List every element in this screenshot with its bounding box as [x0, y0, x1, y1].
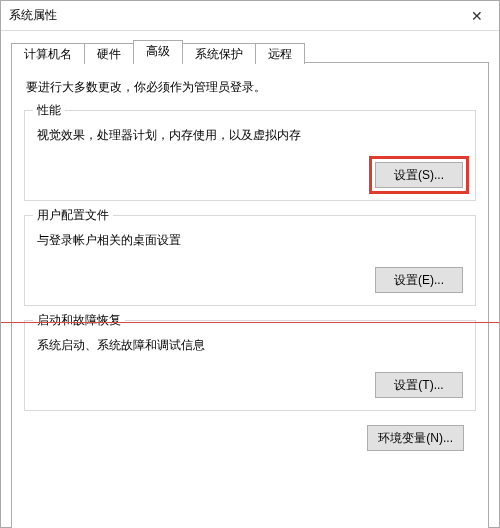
group-performance: 性能 视觉效果，处理器计划，内存使用，以及虚拟内存 设置(S)... [24, 110, 476, 201]
titlebar: 系统属性 ✕ [1, 1, 499, 31]
admin-notice: 要进行大多数更改，你必须作为管理员登录。 [26, 79, 474, 96]
group-user-profiles-title: 用户配置文件 [33, 207, 113, 224]
footer-row: 环境变量(N)... [24, 425, 476, 451]
tab-panel-advanced: 要进行大多数更改，你必须作为管理员登录。 性能 视觉效果，处理器计划，内存使用，… [11, 62, 489, 528]
group-startup-recovery-desc: 系统启动、系统故障和调试信息 [37, 337, 463, 354]
group-performance-desc: 视觉效果，处理器计划，内存使用，以及虚拟内存 [37, 127, 463, 144]
window-title: 系统属性 [9, 7, 57, 24]
close-button[interactable]: ✕ [454, 1, 499, 30]
group-performance-buttons: 设置(S)... [37, 162, 463, 188]
close-icon: ✕ [471, 8, 483, 24]
tab-system-protection[interactable]: 系统保护 [182, 43, 256, 64]
group-user-profiles-desc: 与登录帐户相关的桌面设置 [37, 232, 463, 249]
tab-strip: 计算机名 硬件 高级 系统保护 远程 [11, 39, 489, 62]
tab-remote[interactable]: 远程 [255, 43, 305, 64]
performance-settings-button[interactable]: 设置(S)... [375, 162, 463, 188]
startup-recovery-settings-button[interactable]: 设置(T)... [375, 372, 463, 398]
system-properties-window: 系统属性 ✕ 计算机名 硬件 高级 系统保护 远程 要进行大多数更改，你必须作为… [0, 0, 500, 528]
tab-advanced[interactable]: 高级 [133, 40, 183, 63]
tab-hardware[interactable]: 硬件 [84, 43, 134, 64]
content-area: 计算机名 硬件 高级 系统保护 远程 要进行大多数更改，你必须作为管理员登录。 … [1, 31, 499, 528]
user-profiles-settings-button[interactable]: 设置(E)... [375, 267, 463, 293]
group-startup-recovery-title: 启动和故障恢复 [33, 312, 125, 329]
group-user-profiles-buttons: 设置(E)... [37, 267, 463, 293]
group-startup-recovery: 启动和故障恢复 系统启动、系统故障和调试信息 设置(T)... [24, 320, 476, 411]
environment-variables-button[interactable]: 环境变量(N)... [367, 425, 464, 451]
group-startup-recovery-buttons: 设置(T)... [37, 372, 463, 398]
group-user-profiles: 用户配置文件 与登录帐户相关的桌面设置 设置(E)... [24, 215, 476, 306]
group-performance-title: 性能 [33, 102, 65, 119]
tab-computer-name[interactable]: 计算机名 [11, 43, 85, 64]
